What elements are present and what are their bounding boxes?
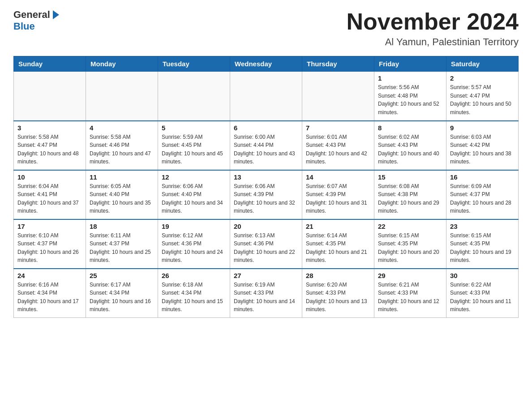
day-number: 21 <box>306 223 370 230</box>
day-number: 8 <box>378 124 442 132</box>
calendar-cell: 26Sunrise: 6:18 AMSunset: 4:34 PMDayligh… <box>158 269 230 318</box>
day-number: 16 <box>450 173 515 181</box>
sun-info: Sunrise: 6:09 AMSunset: 4:37 PMDaylight:… <box>450 182 515 215</box>
sun-info: Sunrise: 6:13 AMSunset: 4:36 PMDaylight:… <box>234 231 298 265</box>
day-number: 25 <box>90 272 154 279</box>
sun-info: Sunrise: 5:58 AMSunset: 4:46 PMDaylight:… <box>90 133 154 166</box>
calendar-cell: 10Sunrise: 6:04 AMSunset: 4:41 PMDayligh… <box>14 170 86 219</box>
calendar-cell: 6Sunrise: 6:00 AMSunset: 4:44 PMDaylight… <box>230 121 302 170</box>
sun-info: Sunrise: 6:16 AMSunset: 4:34 PMDaylight:… <box>17 281 82 314</box>
calendar-cell: 2Sunrise: 5:57 AMSunset: 4:47 PMDaylight… <box>446 72 519 121</box>
calendar-cell: 19Sunrise: 6:12 AMSunset: 4:36 PMDayligh… <box>158 219 230 269</box>
calendar-cell: 16Sunrise: 6:09 AMSunset: 4:37 PMDayligh… <box>446 170 519 219</box>
sun-info: Sunrise: 6:06 AMSunset: 4:39 PMDaylight:… <box>234 182 298 215</box>
calendar-cell: 14Sunrise: 6:07 AMSunset: 4:39 PMDayligh… <box>302 170 374 219</box>
sun-info: Sunrise: 6:11 AMSunset: 4:37 PMDaylight:… <box>90 231 154 265</box>
calendar-cell: 29Sunrise: 6:21 AMSunset: 4:33 PMDayligh… <box>374 269 446 318</box>
day-number: 18 <box>90 223 154 230</box>
calendar-cell: 28Sunrise: 6:20 AMSunset: 4:33 PMDayligh… <box>302 269 374 318</box>
month-title: November 2024 <box>347 9 519 34</box>
sun-info: Sunrise: 6:22 AMSunset: 4:33 PMDaylight:… <box>450 281 515 314</box>
logo: General Blue <box>13 9 60 32</box>
calendar-header-thursday: Thursday <box>302 56 374 72</box>
calendar-cell <box>14 72 86 121</box>
calendar-cell: 18Sunrise: 6:11 AMSunset: 4:37 PMDayligh… <box>86 219 158 269</box>
title-section: November 2024 Al Yamun, Palestinian Terr… <box>347 9 519 48</box>
calendar-cell: 13Sunrise: 6:06 AMSunset: 4:39 PMDayligh… <box>230 170 302 219</box>
sun-info: Sunrise: 5:58 AMSunset: 4:47 PMDaylight:… <box>17 133 82 166</box>
sun-info: Sunrise: 6:04 AMSunset: 4:41 PMDaylight:… <box>17 182 82 215</box>
calendar-header-sunday: Sunday <box>14 56 86 72</box>
day-number: 13 <box>234 173 298 181</box>
sun-info: Sunrise: 6:02 AMSunset: 4:43 PMDaylight:… <box>378 133 442 166</box>
calendar-week-row: 1Sunrise: 5:56 AMSunset: 4:48 PMDaylight… <box>14 72 519 121</box>
day-number: 26 <box>162 272 226 279</box>
day-number: 12 <box>162 173 226 181</box>
calendar-cell <box>86 72 158 121</box>
day-number: 27 <box>234 272 298 279</box>
calendar-cell: 5Sunrise: 5:59 AMSunset: 4:45 PMDaylight… <box>158 121 230 170</box>
sun-info: Sunrise: 6:15 AMSunset: 4:35 PMDaylight:… <box>378 231 442 265</box>
calendar-cell: 25Sunrise: 6:17 AMSunset: 4:34 PMDayligh… <box>86 269 158 318</box>
calendar-header-wednesday: Wednesday <box>230 56 302 72</box>
calendar-cell: 9Sunrise: 6:03 AMSunset: 4:42 PMDaylight… <box>446 121 519 170</box>
calendar-table: SundayMondayTuesdayWednesdayThursdayFrid… <box>13 56 519 318</box>
calendar-cell: 20Sunrise: 6:13 AMSunset: 4:36 PMDayligh… <box>230 219 302 269</box>
day-number: 4 <box>90 124 154 132</box>
page-header: General Blue November 2024 Al Yamun, Pal… <box>13 9 519 48</box>
sun-info: Sunrise: 6:20 AMSunset: 4:33 PMDaylight:… <box>306 281 370 314</box>
sun-info: Sunrise: 6:15 AMSunset: 4:35 PMDaylight:… <box>450 231 515 265</box>
day-number: 22 <box>378 223 442 230</box>
day-number: 3 <box>17 124 82 132</box>
day-number: 10 <box>17 173 82 181</box>
calendar-header-row: SundayMondayTuesdayWednesdayThursdayFrid… <box>14 56 519 72</box>
calendar-cell: 21Sunrise: 6:14 AMSunset: 4:35 PMDayligh… <box>302 219 374 269</box>
calendar-header-friday: Friday <box>374 56 446 72</box>
calendar-cell: 1Sunrise: 5:56 AMSunset: 4:48 PMDaylight… <box>374 72 446 121</box>
sun-info: Sunrise: 6:10 AMSunset: 4:37 PMDaylight:… <box>17 231 82 265</box>
day-number: 17 <box>17 223 82 230</box>
calendar-cell: 30Sunrise: 6:22 AMSunset: 4:33 PMDayligh… <box>446 269 519 318</box>
day-number: 19 <box>162 223 226 230</box>
day-number: 7 <box>306 124 370 132</box>
sun-info: Sunrise: 6:03 AMSunset: 4:42 PMDaylight:… <box>450 133 515 166</box>
sun-info: Sunrise: 6:18 AMSunset: 4:34 PMDaylight:… <box>162 281 226 314</box>
sun-info: Sunrise: 6:17 AMSunset: 4:34 PMDaylight:… <box>90 281 154 314</box>
day-number: 1 <box>378 74 442 82</box>
calendar-cell: 24Sunrise: 6:16 AMSunset: 4:34 PMDayligh… <box>14 269 86 318</box>
day-number: 23 <box>450 223 515 230</box>
calendar-cell <box>302 72 374 121</box>
day-number: 5 <box>162 124 226 132</box>
calendar-cell: 11Sunrise: 6:05 AMSunset: 4:40 PMDayligh… <box>86 170 158 219</box>
sun-info: Sunrise: 6:21 AMSunset: 4:33 PMDaylight:… <box>378 281 442 314</box>
calendar-cell <box>158 72 230 121</box>
sun-info: Sunrise: 6:14 AMSunset: 4:35 PMDaylight:… <box>306 231 370 265</box>
calendar-header-saturday: Saturday <box>446 56 519 72</box>
logo-blue-text: Blue <box>13 21 35 32</box>
sun-info: Sunrise: 6:06 AMSunset: 4:40 PMDaylight:… <box>162 182 226 215</box>
calendar-cell: 3Sunrise: 5:58 AMSunset: 4:47 PMDaylight… <box>14 121 86 170</box>
calendar-header-tuesday: Tuesday <box>158 56 230 72</box>
day-number: 30 <box>450 272 515 279</box>
sun-info: Sunrise: 6:12 AMSunset: 4:36 PMDaylight:… <box>162 231 226 265</box>
day-number: 15 <box>378 173 442 181</box>
calendar-week-row: 24Sunrise: 6:16 AMSunset: 4:34 PMDayligh… <box>14 269 519 318</box>
day-number: 28 <box>306 272 370 279</box>
sun-info: Sunrise: 6:00 AMSunset: 4:44 PMDaylight:… <box>234 133 298 166</box>
sun-info: Sunrise: 6:05 AMSunset: 4:40 PMDaylight:… <box>90 182 154 215</box>
calendar-cell: 4Sunrise: 5:58 AMSunset: 4:46 PMDaylight… <box>86 121 158 170</box>
calendar-cell: 7Sunrise: 6:01 AMSunset: 4:43 PMDaylight… <box>302 121 374 170</box>
calendar-cell <box>230 72 302 121</box>
calendar-header-monday: Monday <box>86 56 158 72</box>
location-title: Al Yamun, Palestinian Territory <box>347 36 519 48</box>
sun-info: Sunrise: 5:57 AMSunset: 4:47 PMDaylight:… <box>450 83 515 116</box>
day-number: 11 <box>90 173 154 181</box>
calendar-week-row: 3Sunrise: 5:58 AMSunset: 4:47 PMDaylight… <box>14 121 519 170</box>
day-number: 9 <box>450 124 515 132</box>
calendar-week-row: 10Sunrise: 6:04 AMSunset: 4:41 PMDayligh… <box>14 170 519 219</box>
day-number: 24 <box>17 272 82 279</box>
logo-triangle-icon <box>53 10 59 19</box>
calendar-cell: 8Sunrise: 6:02 AMSunset: 4:43 PMDaylight… <box>374 121 446 170</box>
calendar-cell: 27Sunrise: 6:19 AMSunset: 4:33 PMDayligh… <box>230 269 302 318</box>
sun-info: Sunrise: 5:56 AMSunset: 4:48 PMDaylight:… <box>378 83 442 116</box>
